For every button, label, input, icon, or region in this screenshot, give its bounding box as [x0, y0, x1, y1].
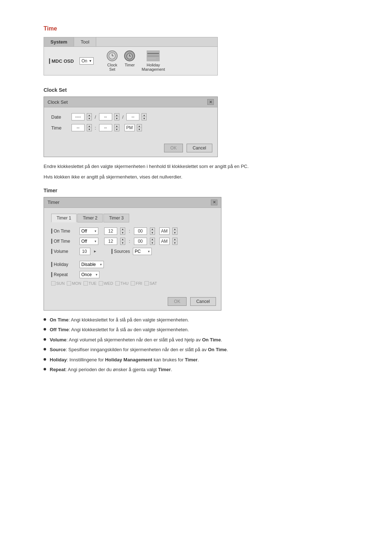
on-time-min-dn[interactable]: ▼ [150, 231, 155, 234]
off-time-ampm-up[interactable]: ▲ [173, 238, 177, 241]
off-time-min-up[interactable]: ▲ [150, 238, 155, 241]
date-sep1: / [94, 114, 97, 120]
on-time-hour-up[interactable]: ▲ [121, 228, 125, 231]
clock-set-cancel-button[interactable]: Cancel [187, 144, 212, 152]
on-time-min-spin[interactable]: ▲ ▼ [150, 227, 155, 235]
time-field-1[interactable]: -- [72, 124, 85, 131]
date-spin-3-up[interactable]: ▲ [142, 114, 146, 117]
off-time-min-dn[interactable]: ▼ [150, 241, 155, 245]
date-spin-1[interactable]: ▲ ▼ [87, 113, 92, 120]
tab-timer2[interactable]: Timer 2 [77, 214, 103, 222]
date-spin-1-dn[interactable]: ▼ [87, 117, 91, 120]
day-sun-checkbox[interactable] [51, 281, 56, 286]
clock-set-icon-item[interactable]: ClockSet [107, 50, 118, 71]
clock-set-ok-button[interactable]: OK [164, 144, 183, 152]
day-wed-checkbox[interactable] [99, 281, 103, 286]
day-thu[interactable]: THU [115, 281, 129, 286]
off-time-hour[interactable]: 12 [104, 238, 117, 245]
repeat-dropdown[interactable]: Once [79, 271, 99, 278]
off-time-min[interactable]: 00 [134, 238, 147, 245]
sources-label: Sources [111, 249, 130, 254]
volume-arrow[interactable]: ► [93, 249, 97, 253]
ampm-spin-up[interactable]: ▲ [137, 124, 142, 128]
on-time-ampm-spin[interactable]: ▲ ▼ [172, 227, 177, 235]
off-time-label: Off Time [51, 239, 77, 244]
time-val2: -- [104, 125, 107, 130]
date-spin-2-dn[interactable]: ▼ [115, 117, 119, 120]
date-field-3[interactable]: -- [126, 113, 139, 120]
timer-ok-button[interactable]: OK [168, 297, 186, 306]
on-time-ampm: AM [159, 227, 170, 235]
timer-cancel-button[interactable]: Cancel [190, 297, 216, 306]
off-time-hour-spin[interactable]: ▲ ▼ [120, 238, 125, 245]
on-time-dropdown-wrapper[interactable]: Off [79, 227, 98, 235]
day-sun[interactable]: SUN [51, 281, 65, 286]
bullet-dot-3 [44, 338, 46, 341]
time-field-2[interactable]: -- [99, 124, 112, 131]
off-time-min-spin[interactable]: ▲ ▼ [150, 238, 155, 245]
holiday-icon-item[interactable]: HolidayManagement [142, 50, 165, 71]
tab-timer3[interactable]: Timer 3 [103, 214, 129, 222]
timer-titlebar: Timer ✕ [44, 197, 221, 208]
time-spin-2-up[interactable]: ▲ [115, 124, 119, 128]
holiday-dropdown-wrapper[interactable]: Disable [79, 261, 104, 268]
day-mon-checkbox[interactable] [67, 281, 71, 286]
day-thu-checkbox[interactable] [115, 281, 120, 286]
off-time-hour-dn[interactable]: ▼ [121, 241, 125, 245]
on-time-dropdown[interactable]: Off [79, 227, 98, 235]
day-sat[interactable]: SAT [144, 281, 157, 286]
time-spin-2-dn[interactable]: ▼ [115, 128, 119, 131]
source-dropdown-wrapper[interactable]: PC [133, 248, 152, 255]
on-time-hour-dn[interactable]: ▼ [121, 231, 125, 234]
day-fri-checkbox[interactable] [131, 281, 135, 286]
date-spin-3[interactable]: ▲ ▼ [142, 113, 147, 120]
clock-set-close-button[interactable]: ✕ [207, 99, 214, 105]
timer-icon-item[interactable]: Timer [124, 50, 135, 71]
on-time-ampm-dn[interactable]: ▼ [173, 231, 177, 234]
day-fri[interactable]: FRI [131, 281, 142, 286]
day-tue[interactable]: TUE [83, 281, 97, 286]
date-val1: ---- [75, 114, 81, 119]
toolbar: System Tool [44, 37, 217, 47]
on-time-hour[interactable]: 12 [104, 227, 117, 235]
holiday-dropdown[interactable]: Disable [79, 261, 104, 268]
tab-timer1[interactable]: Timer 1 [51, 214, 77, 222]
off-time-ampm-spin[interactable]: ▲ ▼ [172, 238, 177, 245]
day-sat-checkbox[interactable] [144, 281, 149, 286]
tab-system[interactable]: System [44, 37, 74, 46]
off-time-dropdown[interactable]: Off [79, 238, 98, 245]
date-spin-2-up[interactable]: ▲ [115, 114, 119, 117]
mdc-osd-dropdown[interactable]: On ▼ [79, 57, 94, 65]
on-time-hour-spin[interactable]: ▲ ▼ [120, 227, 125, 235]
day-mon[interactable]: MON [67, 281, 81, 286]
time-spin-2[interactable]: ▲ ▼ [114, 124, 119, 131]
day-tue-checkbox[interactable] [83, 281, 88, 286]
time-spin-1-up[interactable]: ▲ [87, 124, 91, 128]
tab-tool[interactable]: Tool [74, 37, 96, 46]
on-time-min-up[interactable]: ▲ [150, 228, 155, 231]
ampm-spin[interactable]: ▲ ▼ [137, 124, 142, 131]
repeat-dropdown-wrapper[interactable]: Once [79, 271, 99, 278]
date-field-2[interactable]: -- [99, 113, 112, 120]
source-dropdown[interactable]: PC [133, 248, 152, 255]
ampm-spin-dn[interactable]: ▼ [137, 128, 142, 131]
timer-close-button[interactable]: ✕ [211, 200, 217, 205]
repeat-label: Repeat [51, 272, 77, 277]
date-spin-3-dn[interactable]: ▼ [142, 117, 146, 120]
on-time-ampm-up[interactable]: ▲ [173, 228, 177, 231]
time-label: Time [51, 125, 69, 131]
day-sat-label: SAT [150, 281, 157, 286]
day-wed[interactable]: WED [99, 281, 113, 286]
date-spin-1-up[interactable]: ▲ [87, 114, 91, 117]
time-spin-1[interactable]: ▲ ▼ [87, 124, 92, 131]
bullet-source-text: Source: Spesifiser inngangskilden for sk… [50, 346, 228, 353]
bullet-volume-text: Volume: Angi volumet på skjermenheten nå… [50, 336, 222, 344]
time-spin-1-dn[interactable]: ▼ [87, 128, 91, 131]
date-field-1[interactable]: ---- [72, 113, 85, 120]
on-time-min[interactable]: 00 [134, 227, 147, 235]
off-time-dropdown-wrapper[interactable]: Off [79, 238, 98, 245]
date-spin-2[interactable]: ▲ ▼ [114, 113, 119, 120]
off-time-ampm-dn[interactable]: ▼ [173, 241, 177, 245]
clock-set-desc2: Hvis klokken ikke er angitt på skjermenh… [44, 173, 348, 181]
off-time-hour-up[interactable]: ▲ [121, 238, 125, 241]
